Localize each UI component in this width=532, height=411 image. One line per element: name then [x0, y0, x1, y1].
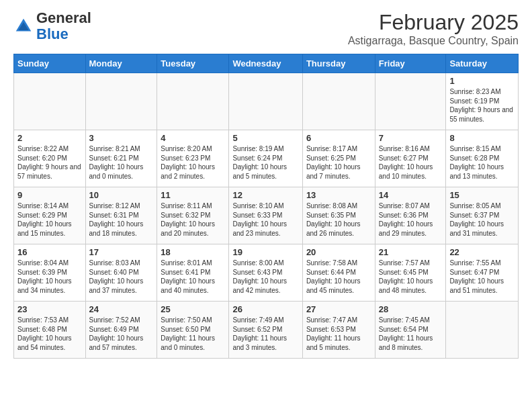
- page: General Blue February 2025 Astigarraga, …: [0, 0, 532, 369]
- day-info: Sunrise: 7:57 AMSunset: 6:45 PMDaylight:…: [379, 259, 443, 295]
- day-number: 21: [379, 247, 443, 257]
- calendar-cell: 1Sunrise: 8:23 AMSunset: 6:19 PMDaylight…: [446, 73, 519, 130]
- calendar-header-row: SundayMondayTuesdayWednesdayThursdayFrid…: [14, 54, 519, 73]
- calendar-cell: 6Sunrise: 8:17 AMSunset: 6:25 PMDaylight…: [302, 130, 375, 187]
- week-row: 9Sunrise: 8:14 AMSunset: 6:29 PMDaylight…: [14, 187, 519, 244]
- calendar-cell: 27Sunrise: 7:47 AMSunset: 6:53 PMDayligh…: [302, 302, 375, 359]
- day-number: 12: [232, 190, 298, 200]
- day-info: Sunrise: 8:05 AMSunset: 6:37 PMDaylight:…: [449, 201, 515, 238]
- week-row: 23Sunrise: 7:53 AMSunset: 6:48 PMDayligh…: [14, 302, 519, 359]
- day-number: 18: [161, 247, 225, 257]
- calendar-cell: [229, 73, 302, 130]
- week-row: 2Sunrise: 8:22 AMSunset: 6:20 PMDaylight…: [14, 130, 519, 187]
- calendar-cell: 4Sunrise: 8:20 AMSunset: 6:23 PMDaylight…: [157, 130, 229, 187]
- day-info: Sunrise: 8:03 AMSunset: 6:40 PMDaylight:…: [89, 259, 154, 295]
- day-info: Sunrise: 7:47 AMSunset: 6:53 PMDaylight:…: [306, 316, 371, 352]
- calendar-cell: 26Sunrise: 7:49 AMSunset: 6:52 PMDayligh…: [229, 302, 302, 359]
- calendar-cell: 22Sunrise: 7:55 AMSunset: 6:47 PMDayligh…: [446, 244, 519, 302]
- day-info: Sunrise: 8:07 AMSunset: 6:36 PMDaylight:…: [379, 201, 443, 238]
- calendar-cell: [446, 302, 519, 359]
- calendar-cell: 3Sunrise: 8:21 AMSunset: 6:21 PMDaylight…: [85, 130, 157, 187]
- calendar-cell: [157, 73, 229, 130]
- calendar-cell: 14Sunrise: 8:07 AMSunset: 6:36 PMDayligh…: [375, 187, 446, 244]
- day-of-week-header: Tuesday: [157, 54, 229, 73]
- day-of-week-header: Sunday: [14, 54, 86, 73]
- calendar-cell: 13Sunrise: 8:08 AMSunset: 6:35 PMDayligh…: [302, 187, 375, 244]
- calendar: SundayMondayTuesdayWednesdayThursdayFrid…: [13, 54, 519, 359]
- day-of-week-header: Saturday: [446, 54, 519, 73]
- day-number: 15: [449, 190, 515, 200]
- calendar-cell: 5Sunrise: 8:19 AMSunset: 6:24 PMDaylight…: [229, 130, 302, 187]
- calendar-cell: 28Sunrise: 7:45 AMSunset: 6:54 PMDayligh…: [375, 302, 446, 359]
- day-of-week-header: Wednesday: [229, 54, 302, 73]
- calendar-cell: 9Sunrise: 8:14 AMSunset: 6:29 PMDaylight…: [14, 187, 86, 244]
- calendar-cell: 16Sunrise: 8:04 AMSunset: 6:39 PMDayligh…: [14, 244, 86, 302]
- day-number: 17: [89, 247, 154, 257]
- day-number: 3: [89, 133, 154, 143]
- calendar-cell: [302, 73, 375, 130]
- day-number: 6: [306, 133, 371, 143]
- calendar-cell: 12Sunrise: 8:10 AMSunset: 6:33 PMDayligh…: [229, 187, 302, 244]
- day-info: Sunrise: 8:16 AMSunset: 6:27 PMDaylight:…: [379, 144, 443, 181]
- day-of-week-header: Friday: [375, 54, 446, 73]
- title-section: February 2025 Astigarraga, Basque Countr…: [348, 10, 519, 47]
- day-of-week-header: Monday: [85, 54, 157, 73]
- header: General Blue February 2025 Astigarraga, …: [13, 10, 519, 47]
- day-number: 10: [89, 190, 154, 200]
- logo-icon: [13, 16, 34, 36]
- day-info: Sunrise: 8:10 AMSunset: 6:33 PMDaylight:…: [232, 201, 298, 238]
- calendar-cell: 11Sunrise: 8:11 AMSunset: 6:32 PMDayligh…: [157, 187, 229, 244]
- day-number: 26: [232, 304, 298, 314]
- calendar-cell: [14, 73, 86, 130]
- day-number: 4: [161, 133, 225, 143]
- day-info: Sunrise: 8:12 AMSunset: 6:31 PMDaylight:…: [89, 201, 154, 238]
- calendar-cell: 25Sunrise: 7:50 AMSunset: 6:50 PMDayligh…: [157, 302, 229, 359]
- calendar-cell: 8Sunrise: 8:15 AMSunset: 6:28 PMDaylight…: [446, 130, 519, 187]
- day-info: Sunrise: 8:00 AMSunset: 6:43 PMDaylight:…: [232, 259, 298, 295]
- calendar-cell: 10Sunrise: 8:12 AMSunset: 6:31 PMDayligh…: [85, 187, 157, 244]
- day-info: Sunrise: 8:21 AMSunset: 6:21 PMDaylight:…: [89, 144, 154, 181]
- day-info: Sunrise: 7:52 AMSunset: 6:49 PMDaylight:…: [89, 316, 154, 352]
- day-info: Sunrise: 7:53 AMSunset: 6:48 PMDaylight:…: [17, 316, 82, 352]
- day-number: 22: [449, 247, 515, 257]
- day-info: Sunrise: 8:22 AMSunset: 6:20 PMDaylight:…: [17, 144, 82, 181]
- day-number: 7: [379, 133, 443, 143]
- day-number: 9: [17, 190, 82, 200]
- calendar-cell: 20Sunrise: 7:58 AMSunset: 6:44 PMDayligh…: [302, 244, 375, 302]
- logo-blue: Blue: [36, 26, 69, 42]
- calendar-cell: 2Sunrise: 8:22 AMSunset: 6:20 PMDaylight…: [14, 130, 86, 187]
- day-number: 13: [306, 190, 371, 200]
- day-number: 27: [306, 304, 371, 314]
- day-number: 20: [306, 247, 371, 257]
- day-info: Sunrise: 7:45 AMSunset: 6:54 PMDaylight:…: [379, 316, 443, 352]
- day-number: 25: [161, 304, 225, 314]
- day-number: 8: [449, 133, 515, 143]
- calendar-cell: 17Sunrise: 8:03 AMSunset: 6:40 PMDayligh…: [85, 244, 157, 302]
- logo-general: General: [36, 9, 91, 26]
- calendar-cell: [375, 73, 446, 130]
- day-number: 24: [89, 304, 154, 314]
- day-of-week-header: Thursday: [302, 54, 375, 73]
- day-number: 14: [379, 190, 443, 200]
- calendar-cell: 21Sunrise: 7:57 AMSunset: 6:45 PMDayligh…: [375, 244, 446, 302]
- day-info: Sunrise: 8:15 AMSunset: 6:28 PMDaylight:…: [449, 144, 515, 181]
- calendar-cell: 19Sunrise: 8:00 AMSunset: 6:43 PMDayligh…: [229, 244, 302, 302]
- day-info: Sunrise: 7:55 AMSunset: 6:47 PMDaylight:…: [449, 259, 515, 295]
- day-info: Sunrise: 8:14 AMSunset: 6:29 PMDaylight:…: [17, 201, 82, 238]
- day-info: Sunrise: 7:50 AMSunset: 6:50 PMDaylight:…: [161, 316, 225, 352]
- day-number: 23: [17, 304, 82, 314]
- main-title: February 2025: [348, 10, 519, 35]
- day-info: Sunrise: 8:20 AMSunset: 6:23 PMDaylight:…: [161, 144, 225, 181]
- day-info: Sunrise: 8:17 AMSunset: 6:25 PMDaylight:…: [306, 144, 371, 181]
- day-info: Sunrise: 8:11 AMSunset: 6:32 PMDaylight:…: [161, 201, 225, 238]
- calendar-cell: 18Sunrise: 8:01 AMSunset: 6:41 PMDayligh…: [157, 244, 229, 302]
- calendar-cell: 7Sunrise: 8:16 AMSunset: 6:27 PMDaylight…: [375, 130, 446, 187]
- day-info: Sunrise: 8:23 AMSunset: 6:19 PMDaylight:…: [449, 87, 515, 124]
- week-row: 16Sunrise: 8:04 AMSunset: 6:39 PMDayligh…: [14, 244, 519, 302]
- day-number: 1: [449, 76, 515, 86]
- week-row: 1Sunrise: 8:23 AMSunset: 6:19 PMDaylight…: [14, 73, 519, 130]
- day-number: 2: [17, 133, 82, 143]
- day-info: Sunrise: 7:58 AMSunset: 6:44 PMDaylight:…: [306, 259, 371, 295]
- day-info: Sunrise: 8:04 AMSunset: 6:39 PMDaylight:…: [17, 259, 82, 295]
- day-info: Sunrise: 8:19 AMSunset: 6:24 PMDaylight:…: [232, 144, 298, 181]
